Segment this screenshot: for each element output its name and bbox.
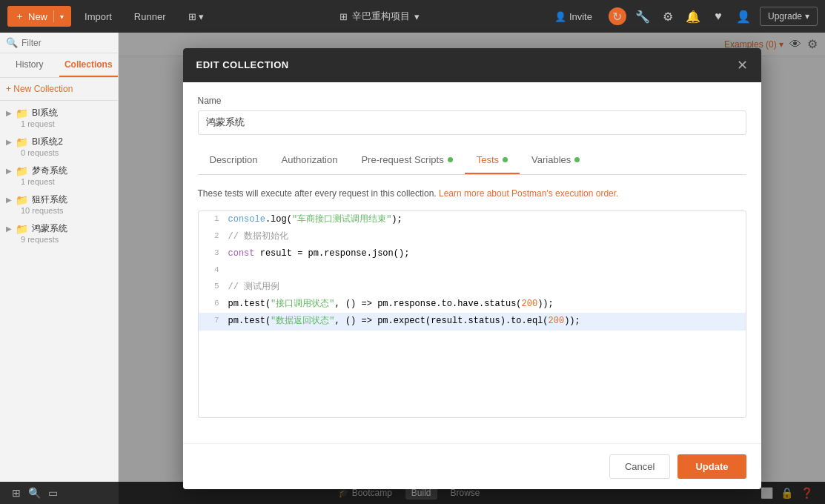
- invite-button[interactable]: 👤 Invite: [546, 6, 601, 27]
- tab-history[interactable]: History: [0, 53, 59, 77]
- sidebar-actions: + New Collection: [0, 78, 118, 101]
- collection-item-mengqi[interactable]: ▶ 📁 梦奇系统 1 request: [0, 159, 118, 188]
- code-line-7: 7 pm.test("数据返回状态", () => pm.expect(resu…: [199, 313, 746, 330]
- collection-name-input[interactable]: [198, 110, 746, 135]
- collection-count: 9 requests: [6, 235, 112, 244]
- code-line-6: 6 pm.test("接口调用状态", () => pm.response.to…: [199, 296, 746, 313]
- code-line-4: 4: [199, 262, 746, 279]
- collection-count: 10 requests: [6, 206, 112, 215]
- nav-right-area: 👤 Invite ↻ 🔧 ⚙ 🔔 ♥ 👤 Upgrade ▾: [546, 6, 818, 27]
- name-field-label: Name: [198, 96, 746, 106]
- tab-description[interactable]: Description: [198, 147, 270, 174]
- runner-button[interactable]: Runner: [125, 6, 175, 27]
- collection-count: 0 requests: [6, 148, 112, 157]
- search-icon: 🔍: [6, 37, 18, 48]
- arrow-icon: ▶: [6, 225, 12, 233]
- collection-item-bi2[interactable]: ▶ 📁 BI系统2 0 requests: [0, 130, 118, 159]
- code-line-3: 3 const result = pm.response.json();: [199, 245, 746, 262]
- sync-icon[interactable]: ↻: [609, 7, 626, 25]
- layout-button[interactable]: ⊞ ▾: [179, 6, 213, 27]
- pre-request-dot: [448, 157, 453, 162]
- button-divider: [53, 10, 54, 22]
- new-label: New: [28, 11, 47, 22]
- code-editor[interactable]: 1 console.log("车商接口测试调用结束"); 2 // 数据初始化 …: [198, 210, 746, 418]
- bell-icon[interactable]: 🔔: [684, 7, 702, 25]
- grid-icon: ⊞: [339, 11, 348, 22]
- modal-title: EDIT COLLECTION: [196, 59, 289, 70]
- modal-header: EDIT COLLECTION ✕: [183, 48, 761, 82]
- modal-tabs: Description Authorization Pre-request Sc…: [198, 147, 746, 175]
- modal-close-button[interactable]: ✕: [737, 59, 748, 72]
- cancel-button[interactable]: Cancel: [609, 454, 670, 479]
- collection-item-juhan[interactable]: ▶ 📁 狙犴系统 10 requests: [0, 188, 118, 216]
- folder-icon: 📁: [16, 165, 28, 177]
- collection-name: 梦奇系统: [32, 165, 67, 177]
- caret-down-icon: ▾: [60, 13, 64, 21]
- import-button[interactable]: Import: [76, 6, 121, 27]
- code-line-1: 1 console.log("车商接口测试调用结束");: [199, 211, 746, 228]
- sidebar: 🔍 History Collections + New Collection ▶…: [0, 33, 119, 504]
- collection-count: 1 request: [6, 119, 112, 128]
- tab-collections[interactable]: Collections: [59, 53, 119, 77]
- upgrade-caret-icon: ▾: [805, 11, 809, 21]
- collection-count: 1 request: [6, 177, 112, 186]
- modal-overlay: EDIT COLLECTION ✕ Name Description Autho…: [119, 33, 825, 504]
- tab-variables[interactable]: Variables: [520, 147, 592, 174]
- collection-name: 狙犴系统: [32, 193, 67, 206]
- info-text: These tests will execute after every req…: [198, 187, 746, 200]
- right-area: Examples (0) ▾ 👁 ⚙ EDIT COLLECTION ✕ Nam…: [119, 33, 825, 504]
- edit-collection-modal: EDIT COLLECTION ✕ Name Description Autho…: [183, 48, 761, 489]
- modal-footer: Cancel Update: [183, 443, 761, 489]
- collection-item-hongmeng[interactable]: ▶ 📁 鸿蒙系统 9 requests: [0, 216, 118, 245]
- code-line-5: 5 // 测试用例: [199, 279, 746, 296]
- upgrade-button[interactable]: Upgrade ▾: [760, 7, 818, 26]
- folder-icon: 📁: [16, 194, 28, 206]
- new-button[interactable]: ＋ New ▾: [7, 6, 71, 27]
- code-line-2: 2 // 数据初始化: [199, 228, 746, 245]
- bottom-layout-icon[interactable]: ⊞: [12, 487, 21, 499]
- tab-tests[interactable]: Tests: [465, 147, 520, 174]
- user-avatar[interactable]: 👤: [735, 7, 752, 25]
- update-button[interactable]: Update: [677, 454, 746, 479]
- variables-dot: [574, 157, 580, 162]
- tab-pre-request-scripts[interactable]: Pre-request Scripts: [349, 147, 464, 174]
- sidebar-search-bar: 🔍: [0, 33, 118, 53]
- heart-icon[interactable]: ♥: [709, 7, 727, 25]
- folder-icon: 📁: [16, 223, 28, 235]
- bottom-left: ⊞ 🔍 ▭: [12, 487, 58, 499]
- collection-name: 鸿蒙系统: [32, 222, 67, 235]
- bottom-panel-icon[interactable]: ▭: [48, 487, 58, 499]
- tests-dot: [503, 157, 508, 162]
- settings-icon[interactable]: ⚙: [659, 7, 677, 25]
- folder-icon: 📁: [16, 136, 28, 148]
- arrow-icon: ▶: [6, 167, 12, 175]
- main-layout: 🔍 History Collections + New Collection ▶…: [0, 33, 825, 504]
- project-caret-icon: ▾: [414, 11, 420, 22]
- top-navigation: ＋ New ▾ Import Runner ⊞ ▾ ⊞ 辛巴重构项目 ▾ 👤 I…: [0, 0, 825, 33]
- new-collection-button[interactable]: + New Collection: [6, 84, 73, 94]
- arrow-icon: ▶: [6, 138, 12, 146]
- tab-tests-content: These tests will execute after every req…: [198, 175, 746, 430]
- filter-input[interactable]: [21, 38, 133, 48]
- bottom-search-icon[interactable]: 🔍: [28, 487, 41, 499]
- arrow-icon: ▶: [6, 196, 12, 204]
- collection-item-bi1[interactable]: ▶ 📁 BI系统 1 request: [0, 101, 118, 130]
- modal-body: Name Description Authorization Pre-reque…: [183, 82, 761, 443]
- folder-icon: 📁: [16, 107, 28, 119]
- wrench-icon[interactable]: 🔧: [634, 7, 652, 25]
- collection-name: BI系统: [32, 107, 58, 119]
- collection-name: BI系统2: [32, 136, 63, 148]
- tab-authorization[interactable]: Authorization: [270, 147, 350, 174]
- plus-icon: ＋: [15, 10, 24, 23]
- learn-more-link[interactable]: Learn more about Postman's execution ord…: [439, 188, 618, 199]
- nav-center: ⊞ 辛巴重构项目 ▾: [217, 10, 541, 23]
- sidebar-tabs: History Collections: [0, 53, 118, 78]
- arrow-icon: ▶: [6, 109, 12, 117]
- project-name: 辛巴重构项目: [352, 10, 410, 23]
